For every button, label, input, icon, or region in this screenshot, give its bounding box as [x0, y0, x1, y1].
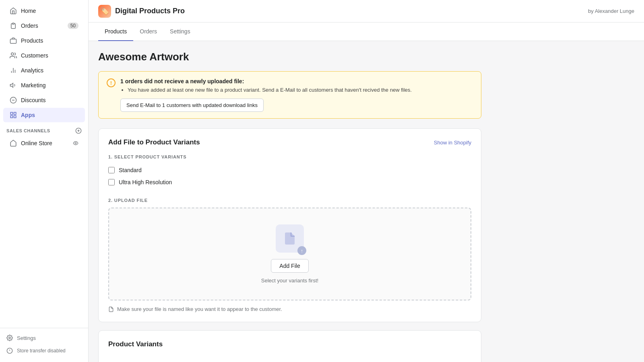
discounts-icon	[10, 97, 17, 104]
sidebar-item-orders[interactable]: Orders 50	[3, 19, 85, 33]
online-store-visibility-icon[interactable]	[73, 140, 78, 146]
sidebar-item-apps[interactable]: Apps	[3, 108, 85, 122]
product-variants-header: Product Variants	[108, 340, 471, 348]
svg-rect-0	[12, 23, 14, 24]
upload-arrow-icon: ↑	[297, 246, 306, 255]
upload-icon-bg: ↑	[276, 224, 304, 253]
gear-icon	[6, 335, 13, 341]
page-title: Awesome Artwork	[98, 51, 481, 63]
file-note-icon	[108, 306, 114, 312]
sidebar-item-analytics[interactable]: Analytics	[3, 63, 85, 78]
variant-ultra-checkbox[interactable]	[108, 179, 115, 185]
sidebar-item-customers[interactable]: Customers	[3, 48, 85, 63]
svg-rect-1	[10, 39, 17, 43]
product-variants-title: Product Variants	[108, 340, 163, 348]
sidebar-nav: Home Orders 50 Products Customers	[0, 0, 88, 328]
app-icon: 🏷️	[98, 5, 111, 18]
upload-area[interactable]: ↑ Add File Select your variants first!	[108, 208, 471, 300]
apps-icon	[10, 111, 17, 119]
sidebar-item-home[interactable]: Home	[3, 4, 85, 18]
step2-label: 2. UPLOAD FILE	[108, 198, 471, 203]
step1-label: 1. SELECT PRODUCT VARIANTS	[108, 154, 471, 159]
sidebar-item-marketing[interactable]: Marketing	[3, 78, 85, 93]
customers-icon	[10, 52, 17, 59]
app-title: Digital Products Pro	[115, 7, 185, 15]
variant-ultra-label[interactable]: Ultra High Resolution	[119, 179, 172, 185]
svg-marker-6	[10, 83, 13, 88]
add-file-button[interactable]: Add File	[271, 259, 308, 273]
svg-point-2	[11, 53, 14, 55]
sidebar-item-settings[interactable]: Settings	[0, 331, 88, 344]
tabs: Products Orders Settings	[89, 23, 644, 41]
show-in-shopify-link[interactable]: Show in Shopify	[434, 140, 471, 146]
warning-content: 1 orders did not recieve a newly uploade…	[120, 78, 412, 112]
add-file-card: Add File to Product Variants Show in Sho…	[98, 128, 481, 322]
info-icon	[6, 348, 13, 354]
svg-rect-11	[10, 116, 12, 118]
svg-rect-10	[14, 112, 16, 114]
file-icon	[283, 231, 297, 246]
svg-rect-9	[10, 112, 12, 114]
analytics-icon	[10, 67, 17, 74]
warning-title: 1 orders did not recieve a newly uploade…	[120, 78, 412, 84]
variant-standard-checkbox[interactable]	[108, 167, 115, 173]
main-content: 🏷️ Digital Products Pro by Alexander Lun…	[89, 0, 644, 362]
tab-settings[interactable]: Settings	[163, 23, 197, 41]
sidebar: Home Orders 50 Products Customers	[0, 0, 89, 362]
warning-body: You have added at least one new file to …	[120, 87, 412, 93]
card-header: Add File to Product Variants Show in Sho…	[108, 138, 471, 146]
svg-point-16	[75, 142, 76, 144]
tab-products[interactable]: Products	[98, 23, 133, 41]
sidebar-item-online-store[interactable]: Online Store	[3, 136, 85, 150]
marketing-icon	[10, 82, 17, 89]
product-variants-card: Product Variants	[98, 330, 481, 362]
products-icon	[10, 37, 17, 44]
file-note: Make sure your file is named like you wa…	[108, 306, 471, 312]
home-icon	[10, 7, 17, 14]
sales-channels-label: SALES CHANNELS	[0, 123, 88, 136]
warning-icon: !	[107, 78, 116, 87]
svg-rect-12	[14, 116, 16, 118]
orders-icon	[10, 22, 17, 29]
add-file-title: Add File to Product Variants	[108, 138, 200, 146]
variant-standard: Standard	[108, 164, 471, 176]
svg-point-17	[9, 337, 10, 339]
page-content: Awesome Artwork ! 1 orders did not recie…	[89, 41, 644, 362]
variant-ultra: Ultra High Resolution	[108, 176, 471, 188]
variant-standard-label[interactable]: Standard	[119, 167, 142, 173]
variant-list: Standard Ultra High Resolution	[108, 164, 471, 188]
send-email-button[interactable]: Send E-Mail to 1 customers with updated …	[120, 99, 264, 112]
sidebar-item-products[interactable]: Products	[3, 33, 85, 48]
tab-orders[interactable]: Orders	[133, 23, 163, 41]
sidebar-footer: Settings Store transfer disabled	[0, 328, 88, 362]
sidebar-item-discounts[interactable]: Discounts	[3, 93, 85, 107]
orders-badge: 50	[68, 23, 78, 29]
store-icon	[10, 140, 17, 147]
warning-banner: ! 1 orders did not recieve a newly uploa…	[98, 71, 481, 119]
topbar-author: by Alexander Lunge	[588, 8, 634, 14]
upload-hint: Select your variants first!	[117, 278, 462, 284]
topbar: 🏷️ Digital Products Pro by Alexander Lun…	[89, 0, 644, 23]
upload-icon-wrapper: ↑	[117, 224, 462, 253]
add-sales-channel-icon[interactable]	[75, 128, 82, 134]
sidebar-item-store-transfer[interactable]: Store transfer disabled	[0, 344, 88, 357]
